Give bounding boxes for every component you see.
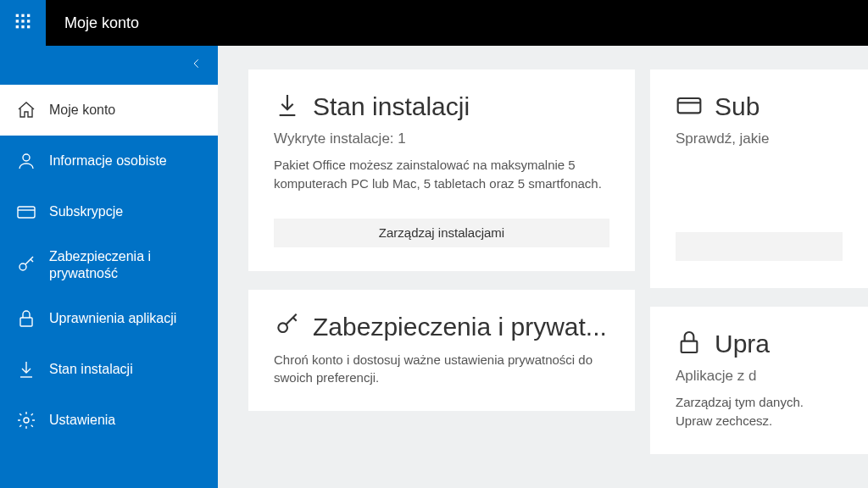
card-subscriptions: Sub Sprawdź, jakie bbox=[650, 69, 868, 288]
card-subtitle: Aplikacje z d bbox=[676, 368, 843, 385]
app-launcher-button[interactable] bbox=[0, 0, 46, 46]
sidebar-item-label: Stan instalacji bbox=[49, 361, 133, 378]
card-app-permissions: Upra Aplikacje z d Zarządzaj tym danych.… bbox=[650, 307, 868, 454]
svg-rect-3 bbox=[16, 19, 19, 22]
lock-icon bbox=[676, 329, 703, 359]
person-icon bbox=[15, 150, 37, 172]
svg-rect-4 bbox=[21, 19, 24, 22]
key-icon bbox=[15, 254, 37, 276]
sidebar: Moje konto Informacje osobiste Subskrypc… bbox=[0, 46, 218, 488]
card-icon bbox=[676, 92, 703, 122]
card-title: Stan instalacji bbox=[313, 92, 470, 121]
card-subtitle: Sprawdź, jakie bbox=[676, 130, 843, 147]
lock-icon bbox=[15, 308, 37, 330]
svg-rect-1 bbox=[21, 14, 24, 17]
sidebar-item-my-account[interactable]: Moje konto bbox=[0, 85, 218, 136]
sidebar-item-label: Subskrypcje bbox=[49, 203, 123, 220]
sidebar-item-label: Informacje osobiste bbox=[49, 152, 167, 169]
download-icon bbox=[15, 358, 37, 380]
card-icon bbox=[15, 201, 37, 223]
manage-installs-button[interactable]: Zarządzaj instalacjami bbox=[274, 219, 609, 247]
card-title: Sub bbox=[715, 92, 760, 121]
sidebar-item-security-privacy[interactable]: Zabezpieczenia i prywatność bbox=[0, 237, 218, 293]
card-install-status: Stan instalacji Wykryte instalacje: 1 Pa… bbox=[248, 69, 635, 271]
download-icon bbox=[274, 92, 301, 122]
svg-rect-0 bbox=[16, 14, 19, 17]
sidebar-collapse-button[interactable] bbox=[0, 46, 218, 85]
sidebar-item-label: Uprawnienia aplikacji bbox=[49, 310, 176, 327]
gear-icon bbox=[15, 409, 37, 431]
home-icon bbox=[15, 99, 37, 121]
svg-rect-13 bbox=[20, 318, 32, 326]
svg-rect-10 bbox=[18, 207, 35, 218]
waffle-icon bbox=[14, 13, 31, 33]
sidebar-item-app-permissions[interactable]: Uprawnienia aplikacji bbox=[0, 293, 218, 344]
card-body: Chroń konto i dostosuj ważne ustawienia … bbox=[274, 351, 609, 388]
card-body: Pakiet Office możesz zainstalować na mak… bbox=[274, 156, 609, 193]
sidebar-item-personal-info[interactable]: Informacje osobiste bbox=[0, 136, 218, 186]
sidebar-item-subscriptions[interactable]: Subskrypcje bbox=[0, 186, 218, 237]
key-icon bbox=[274, 312, 301, 342]
subscriptions-button[interactable] bbox=[676, 232, 843, 261]
svg-rect-20 bbox=[682, 341, 698, 352]
sidebar-item-label: Zabezpieczenia i prywatność bbox=[49, 248, 218, 282]
card-body: Zarządzaj tym danych. Upraw zechcesz. bbox=[676, 393, 843, 430]
svg-rect-7 bbox=[21, 25, 24, 28]
svg-rect-6 bbox=[16, 25, 19, 28]
card-title: Zabezpieczenia i prywat... bbox=[313, 313, 607, 341]
svg-point-17 bbox=[278, 323, 287, 332]
sidebar-item-settings[interactable]: Ustawienia bbox=[0, 395, 218, 446]
svg-point-15 bbox=[24, 418, 29, 423]
sidebar-item-label: Moje konto bbox=[49, 102, 115, 119]
topbar: Moje konto bbox=[0, 0, 868, 46]
card-subtitle: Wykryte instalacje: 1 bbox=[274, 130, 609, 147]
sidebar-item-label: Ustawienia bbox=[49, 412, 115, 429]
svg-rect-2 bbox=[27, 14, 30, 17]
chevron-left-icon bbox=[191, 58, 203, 73]
svg-point-9 bbox=[23, 154, 30, 161]
sidebar-item-install-status[interactable]: Stan instalacji bbox=[0, 344, 218, 395]
svg-rect-8 bbox=[27, 25, 30, 28]
svg-rect-18 bbox=[678, 98, 701, 113]
page-title: Moje konto bbox=[46, 14, 139, 32]
card-security-privacy: Zabezpieczenia i prywat... Chroń konto i… bbox=[248, 290, 635, 412]
main-content: Stan instalacji Wykryte instalacje: 1 Pa… bbox=[218, 46, 868, 488]
svg-point-12 bbox=[19, 263, 26, 270]
card-title: Upra bbox=[715, 330, 770, 358]
svg-rect-5 bbox=[27, 19, 30, 22]
